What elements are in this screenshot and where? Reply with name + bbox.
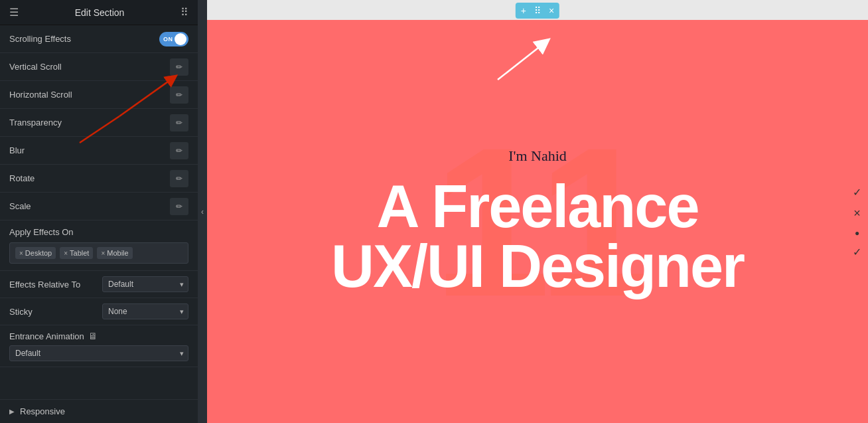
add-section-btn[interactable]: + (520, 4, 528, 17)
section-content: 11 I'm Nahid A Freelance UX/UI Designer … (207, 20, 868, 423)
canvas-area: + ⠿ × 11 I'm Nahid A Freelance UX/UI Des… (207, 0, 868, 423)
entrance-label-row: Entrance Animation 🖥 (9, 331, 188, 341)
scrolling-effects-toggle-wrapper: ON (159, 32, 188, 46)
right-check-btn-2[interactable]: ✓ (853, 245, 861, 258)
effects-relative-row: Effects Relative To Default Viewport Sec… (0, 271, 198, 298)
horizontal-scroll-edit-btn[interactable]: ✏ (170, 86, 188, 104)
transparency-row: Transparency ✏ (0, 109, 198, 137)
desktop-tag[interactable]: × Desktop (15, 247, 56, 259)
vertical-scroll-edit-btn[interactable]: ✏ (170, 58, 188, 76)
grid-icon[interactable]: ⠿ (181, 6, 188, 19)
left-panel: ☰ Edit Section ⠿ Scrolling Effects ON Ve… (0, 0, 198, 423)
right-check-btn-1[interactable]: ✓ (853, 185, 861, 198)
horizontal-scroll-row: Horizontal Scroll ✏ (0, 81, 198, 109)
rotate-label: Rotate (9, 173, 35, 183)
sticky-select[interactable]: None Top Bottom (102, 303, 188, 319)
mobile-tag[interactable]: × Mobile (97, 247, 132, 259)
blur-label: Blur (9, 145, 25, 155)
entrance-select[interactable]: Default Fade In Slide In (9, 345, 188, 361)
right-x-btn[interactable]: × (853, 206, 861, 220)
vertical-scroll-row: Vertical Scroll ✏ (0, 53, 198, 81)
scrolling-effects-toggle[interactable]: ON (159, 32, 188, 46)
apply-effects-label: Apply Effects On (9, 227, 188, 237)
scale-edit-btn[interactable]: ✏ (170, 198, 188, 215)
scrolling-effects-row: Scrolling Effects ON (0, 25, 198, 53)
rotate-row: Rotate ✏ (0, 165, 198, 193)
effects-relative-label: Effects Relative To (9, 280, 80, 290)
panel-content: Scrolling Effects ON Vertical Scroll ✏ H… (0, 25, 198, 399)
entrance-section: Entrance Animation 🖥 Default Fade In Sli… (0, 325, 198, 367)
apply-effects-section: Apply Effects On × Desktop × Tablet × Mo… (0, 220, 198, 271)
floating-toolbar: + ⠿ × (516, 3, 559, 19)
toggle-knob (175, 33, 186, 45)
blur-row: Blur ✏ (0, 137, 198, 165)
hero-title: A Freelance UX/UI Designer (331, 177, 744, 296)
scrolling-effects-label: Scrolling Effects (9, 34, 71, 44)
horizontal-scroll-label: Horizontal Scroll (9, 90, 72, 100)
panel-title: Edit Section (19, 7, 181, 18)
scale-label: Scale (9, 201, 31, 211)
responsive-arrow-icon: ▶ (9, 408, 15, 415)
close-section-btn[interactable]: × (547, 4, 555, 17)
responsive-label: Responsive (20, 406, 65, 416)
sticky-label: Sticky (9, 307, 33, 317)
blur-edit-btn[interactable]: ✏ (170, 142, 188, 159)
move-section-btn[interactable]: ⠿ (533, 4, 542, 17)
effects-relative-select[interactable]: Default Viewport Section (102, 276, 188, 292)
hero-subtitle: I'm Nahid (508, 147, 567, 165)
entrance-label: Entrance Animation (9, 331, 84, 341)
canvas-top-bar: + ⠿ × (207, 0, 868, 20)
vertical-scroll-label: Vertical Scroll (9, 62, 62, 72)
right-circle-btn[interactable]: ● (855, 228, 859, 237)
monitor-icon: 🖥 (88, 331, 98, 341)
transparency-label: Transparency (9, 118, 62, 127)
collapse-handle[interactable]: ‹ (198, 0, 207, 423)
sticky-select-wrapper: None Top Bottom (102, 303, 188, 319)
rotate-edit-btn[interactable]: ✏ (170, 170, 188, 187)
sticky-row: Sticky None Top Bottom (0, 298, 198, 325)
panel-header: ☰ Edit Section ⠿ (0, 0, 198, 25)
menu-icon[interactable]: ☰ (9, 6, 19, 19)
hero-title-line2: UX/UI Designer (331, 236, 744, 296)
svg-line-2 (498, 43, 544, 80)
entrance-select-wrapper: Default Fade In Slide In (9, 345, 188, 361)
hero-title-line1: A Freelance (331, 177, 744, 236)
scale-row: Scale ✏ (0, 193, 198, 220)
panel-footer: ▶ Responsive (0, 399, 198, 423)
effects-relative-select-wrapper: Default Viewport Section (102, 276, 188, 292)
tags-row: × Desktop × Tablet × Mobile (9, 242, 188, 264)
right-icons: ✓ × ● ✓ (853, 185, 861, 258)
responsive-row[interactable]: ▶ Responsive (9, 406, 188, 416)
tablet-tag[interactable]: × Tablet (60, 247, 93, 259)
transparency-edit-btn[interactable]: ✏ (170, 114, 188, 131)
toggle-on-label: ON (163, 36, 173, 42)
